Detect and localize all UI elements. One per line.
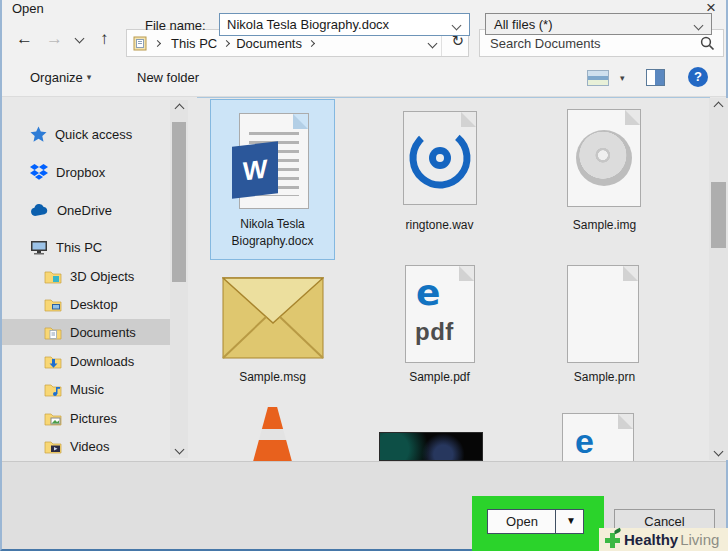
folder-music-icon (44, 382, 62, 397)
edge-pdf-icon: e pdf (377, 265, 502, 365)
file-item-vlc[interactable] (210, 403, 335, 461)
file-type-value: All files (*) (494, 17, 553, 32)
blank-file-icon (542, 265, 667, 365)
views-icon[interactable] (587, 70, 609, 86)
scrollbar-thumb[interactable] (711, 182, 726, 248)
organize-caret-icon: ▾ (87, 72, 92, 82)
forward-icon[interactable]: → (46, 29, 63, 49)
location-icon (133, 36, 148, 51)
back-icon[interactable]: ← (16, 29, 33, 49)
file-name-label: File name: (145, 18, 206, 33)
watermark-healthy-living: Healthy Living (599, 528, 728, 551)
audio-file-icon (377, 101, 502, 213)
scroll-down-icon[interactable] (170, 442, 188, 458)
word-document-icon: W (211, 100, 334, 212)
sidebar-item-quick-access[interactable]: Quick access (2, 121, 170, 147)
file-item-msg[interactable]: Sample.msg (210, 265, 335, 386)
file-type-dropdown-icon[interactable] (694, 21, 704, 31)
sidebar-item-desktop[interactable]: Desktop (2, 291, 170, 317)
command-toolbar: Organize▾ New folder ▾ ? (2, 62, 726, 97)
sidebar-item-pictures[interactable]: Pictures (2, 405, 170, 431)
sidebar-item-downloads[interactable]: Downloads (2, 348, 170, 374)
scroll-up-icon[interactable] (170, 100, 188, 116)
help-icon[interactable]: ? (688, 67, 708, 87)
sidebar-item-dropbox[interactable]: Dropbox (2, 159, 170, 185)
search-placeholder: Search Documents (490, 36, 601, 51)
scroll-up-icon[interactable] (709, 98, 728, 114)
files-scrollbar[interactable] (709, 98, 728, 460)
file-name-dropdown-icon[interactable] (452, 21, 462, 31)
file-name: Sample.prn (542, 369, 667, 386)
file-name: Sample.msg (210, 369, 335, 386)
file-item-edge[interactable]: e (542, 409, 667, 461)
sidebar-item-music[interactable]: Music (2, 376, 170, 402)
sidebar-item-videos[interactable]: Videos (2, 433, 170, 459)
sidebar-item-onedrive[interactable]: OneDrive (2, 197, 170, 223)
folder-pictures-icon (44, 411, 62, 426)
envelope-icon (210, 265, 335, 365)
crumb-separator-icon (308, 39, 315, 46)
sidebar-item-this-pc[interactable]: This PC (2, 234, 170, 260)
views-caret-icon[interactable]: ▾ (620, 73, 625, 83)
open-dialog: Open × ← → ↑ This PC Documents ↻ Search … (0, 0, 728, 551)
breadcrumb-documents[interactable]: Documents (229, 36, 309, 51)
dialog-title: Open (12, 1, 44, 16)
file-item-video-thumbnail[interactable] (379, 432, 483, 461)
cloud-icon (30, 204, 49, 217)
search-icon[interactable] (700, 36, 715, 51)
folder-3d-icon (44, 269, 62, 284)
crumb-separator-icon (154, 39, 161, 46)
preview-pane-icon[interactable] (646, 69, 665, 86)
health-cross-icon (604, 532, 620, 548)
file-name: ringtone.wav (377, 217, 502, 234)
up-icon[interactable]: ↑ (100, 29, 109, 49)
monitor-icon (30, 240, 48, 255)
scroll-down-icon[interactable] (709, 444, 728, 460)
open-button[interactable]: Open ▼ (487, 509, 584, 534)
folder-downloads-icon (44, 354, 62, 369)
file-name: Sample.pdf (377, 369, 502, 386)
file-name-input[interactable]: Nikola Tesla Biography.docx (219, 13, 470, 36)
folder-desktop-icon (44, 297, 62, 312)
scrollbar-thumb[interactable] (172, 122, 186, 282)
dropbox-icon (30, 164, 48, 180)
file-item-wav[interactable]: ringtone.wav (377, 101, 502, 234)
sidebar-item-documents[interactable]: Documents (2, 319, 170, 345)
file-item-prn[interactable]: Sample.prn (542, 265, 667, 386)
recent-locations-icon[interactable] (75, 34, 85, 44)
new-folder-button[interactable]: New folder (137, 70, 199, 85)
breadcrumb-this-pc[interactable]: This PC (164, 36, 224, 51)
file-name-value: Nikola Tesla Biography.docx (227, 17, 389, 32)
folder-videos-icon (44, 439, 62, 454)
file-name: Sample.img (542, 217, 667, 234)
file-item-img[interactable]: Sample.img (542, 101, 667, 234)
file-item-pdf[interactable]: e pdf Sample.pdf (377, 265, 502, 386)
content-area: Quick access Dropbox OneDrive This PC (2, 97, 726, 461)
sidebar-item-3d-objects[interactable]: 3D Objects (2, 263, 170, 289)
disc-image-icon (542, 101, 667, 213)
open-split-arrow-icon[interactable]: ▼ (566, 515, 576, 526)
address-dropdown-icon[interactable] (428, 39, 438, 49)
organize-button[interactable]: Organize▾ (30, 70, 91, 85)
star-icon (30, 126, 47, 143)
file-name: Nikola Tesla Biography.docx (211, 216, 334, 250)
file-item-docx[interactable]: W Nikola Tesla Biography.docx (210, 99, 335, 260)
sidebar-scrollbar[interactable] (170, 100, 188, 458)
folder-documents-icon (44, 325, 62, 340)
file-type-select[interactable]: All files (*) (485, 13, 712, 35)
